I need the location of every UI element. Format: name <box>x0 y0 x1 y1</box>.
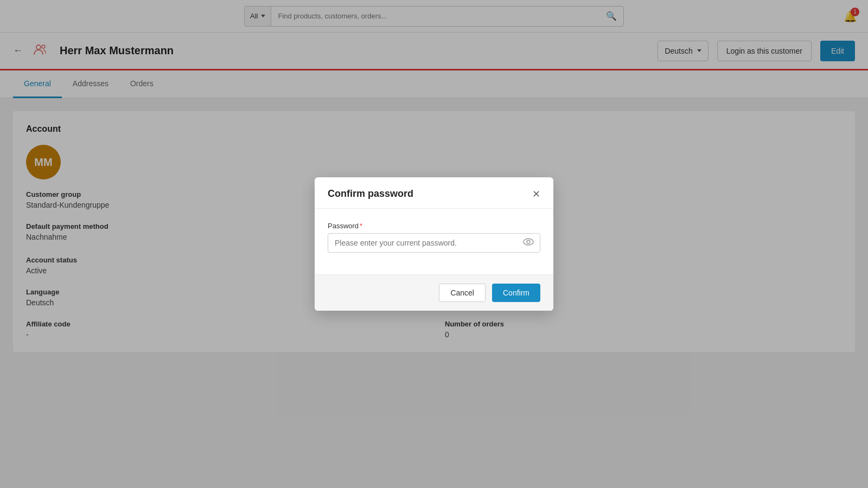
confirm-button[interactable]: Confirm <box>492 284 540 302</box>
cancel-button[interactable]: Cancel <box>439 284 486 302</box>
required-star: * <box>360 222 362 230</box>
confirm-password-modal: Confirm password ✕ Password* <box>315 177 553 311</box>
password-field-row: Password* <box>328 222 540 253</box>
modal-header: Confirm password ✕ <box>315 177 553 209</box>
eye-icon[interactable] <box>523 238 534 248</box>
svg-point-2 <box>524 239 533 245</box>
password-input[interactable] <box>328 233 540 253</box>
modal-title: Confirm password <box>328 188 413 200</box>
modal-footer: Cancel Confirm <box>315 274 553 311</box>
modal-close-button[interactable]: ✕ <box>532 189 540 199</box>
password-input-wrapper <box>328 233 540 253</box>
password-label: Password* <box>328 222 540 230</box>
modal-overlay: Confirm password ✕ Password* <box>0 0 868 488</box>
svg-point-3 <box>527 240 530 243</box>
modal-body: Password* <box>315 209 553 274</box>
